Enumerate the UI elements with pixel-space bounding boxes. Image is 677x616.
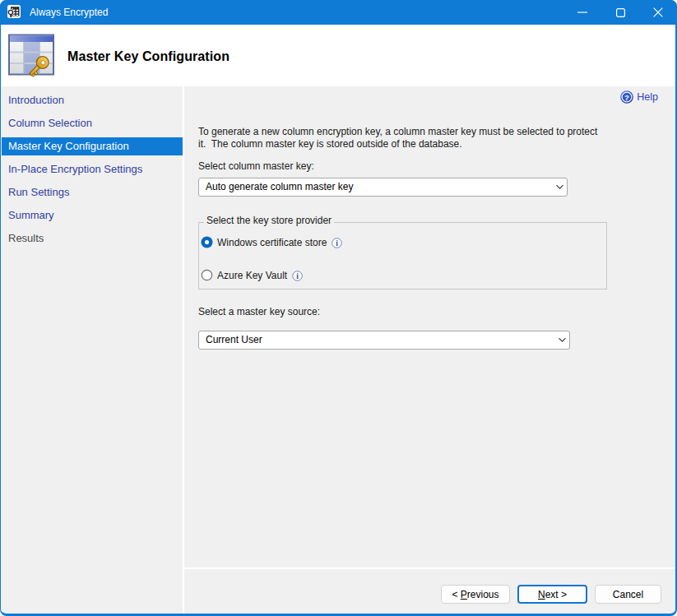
svg-text:i: i — [296, 272, 299, 280]
svg-text:?: ? — [624, 93, 629, 102]
svg-text:i: i — [336, 239, 338, 248]
